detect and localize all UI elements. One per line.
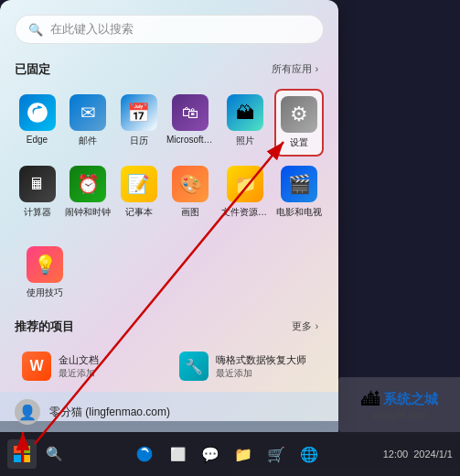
settings-label: 设置 bbox=[290, 136, 308, 149]
recommended-title: 推荐的项目 bbox=[15, 319, 74, 335]
svg-rect-2 bbox=[14, 455, 21, 462]
taskbar-chat[interactable]: 💬 bbox=[196, 439, 225, 469]
calendar-label: 日历 bbox=[130, 135, 148, 147]
watermark-sub: xitong86.com bbox=[361, 410, 438, 420]
taskbar-store-tb[interactable]: 🛒 bbox=[262, 439, 291, 469]
svg-rect-0 bbox=[14, 446, 21, 453]
watermark-main: 系统之城 bbox=[383, 391, 438, 408]
wps-title: 金山文档 bbox=[59, 353, 99, 367]
rec-item-recovery[interactable]: 🔧 嗨格式数据恢复大师 最近添加 bbox=[172, 346, 324, 386]
store-tb-icon: 🛒 bbox=[267, 446, 285, 463]
search-icon: 🔍 bbox=[28, 23, 43, 37]
chat-icon: 💬 bbox=[201, 446, 219, 463]
edge-icon bbox=[19, 94, 56, 131]
photos-icon: 🏔 bbox=[227, 94, 263, 131]
svg-rect-1 bbox=[23, 446, 30, 453]
photos-label: 照片 bbox=[236, 135, 254, 147]
recovery-title: 嗨格式数据恢复大师 bbox=[216, 353, 306, 367]
edge-label: Edge bbox=[27, 135, 48, 145]
recovery-icon: 🔧 bbox=[179, 352, 209, 381]
paint-label: 画图 bbox=[181, 206, 199, 219]
notes-label: 记事本 bbox=[125, 206, 153, 219]
clock-icon: ⏰ bbox=[70, 166, 106, 202]
app-tips[interactable]: 💡 使用技巧 bbox=[18, 241, 71, 305]
pinned-grid: Edge ✉ 邮件 📅 日历 🛍 Microsoft Store 🏔 照片 bbox=[15, 89, 324, 224]
windows-logo-icon bbox=[14, 446, 30, 462]
calendar-icon: 📅 bbox=[121, 94, 157, 131]
taskbar-edge[interactable] bbox=[130, 439, 159, 469]
search-placeholder: 在此键入以搜索 bbox=[50, 21, 134, 38]
clock-display: 12:00 bbox=[383, 449, 409, 460]
app-clock[interactable]: ⏰ 闹钟和时钟 bbox=[63, 160, 112, 224]
search-icon-taskbar: 🔍 bbox=[46, 446, 63, 462]
taskbar-taskview[interactable]: ⬜ bbox=[163, 439, 192, 469]
rec-item-wps[interactable]: W 金山文档 最近添加 bbox=[15, 346, 166, 386]
taskbar-edge2[interactable]: 🌐 bbox=[294, 439, 324, 469]
taskbar: 🔍 ⬜ 💬 📁 🛒 🌐 12:00 2024/1/1 bbox=[0, 432, 460, 476]
store-label: Microsoft Store bbox=[166, 135, 214, 145]
app-store[interactable]: 🛍 Microsoft Store bbox=[165, 89, 216, 157]
wps-icon: W bbox=[22, 352, 51, 381]
taskbar-icons: ⬜ 💬 📁 🛒 🌐 bbox=[71, 439, 383, 469]
recommended-section: 推荐的项目 更多 › W 金山文档 最近添加 🔧 bbox=[15, 318, 324, 386]
pinned-title: 已固定 bbox=[15, 61, 50, 78]
watermark: 🏙 系统之城 xitong86.com bbox=[338, 377, 460, 432]
app-photos[interactable]: 🏔 照片 bbox=[219, 89, 271, 157]
date-display: 2024/1/1 bbox=[413, 449, 453, 460]
app-paint[interactable]: 🎨 画图 bbox=[165, 160, 216, 224]
recovery-sub: 最近添加 bbox=[216, 367, 306, 380]
recommended-items: W 金山文档 最近添加 🔧 嗨格式数据恢复大师 最近添加 bbox=[15, 346, 324, 386]
start-menu: 🔍 在此键入以搜索 已固定 所有应用 › Edge ✉ 邮件 📅 日历 bbox=[0, 0, 338, 421]
calc-icon: 🖩 bbox=[19, 166, 56, 202]
app-mail[interactable]: ✉ 邮件 bbox=[63, 89, 112, 157]
store-icon: 🛍 bbox=[172, 94, 209, 131]
clock-label: 闹钟和时钟 bbox=[65, 206, 111, 219]
app-notes[interactable]: 📝 记事本 bbox=[116, 160, 161, 224]
app-edge[interactable]: Edge bbox=[15, 89, 59, 157]
recommended-header: 推荐的项目 更多 › bbox=[15, 318, 324, 335]
all-apps-link[interactable]: 所有应用 › bbox=[266, 60, 324, 78]
svg-rect-3 bbox=[23, 455, 30, 462]
files-icon: 📁 bbox=[227, 166, 263, 202]
tips-icon: 💡 bbox=[27, 246, 63, 283]
edge2-icon: 🌐 bbox=[300, 446, 318, 463]
app-settings[interactable]: ⚙ 设置 bbox=[274, 89, 324, 157]
chevron-right-icon: › bbox=[316, 64, 318, 74]
tips-label: 使用技巧 bbox=[27, 287, 63, 299]
movies-icon: 🎬 bbox=[281, 166, 317, 202]
app-movies[interactable]: 🎬 电影和电视 bbox=[274, 160, 324, 224]
user-avatar: 👤 bbox=[15, 399, 40, 425]
mail-label: 邮件 bbox=[79, 135, 97, 147]
user-name: 零分猫 (lingfenmao.com) bbox=[49, 405, 170, 420]
files-label: 文件资源管理器 bbox=[221, 206, 269, 219]
taskbar-files-tb[interactable]: 📁 bbox=[229, 439, 258, 469]
app-calc[interactable]: 🖩 计算器 bbox=[15, 160, 59, 224]
calc-label: 计算器 bbox=[24, 206, 51, 219]
paint-icon: 🎨 bbox=[172, 166, 209, 202]
mail-icon: ✉ bbox=[70, 94, 106, 131]
taskbar-search[interactable]: 🔍 bbox=[40, 440, 68, 468]
notes-icon: 📝 bbox=[121, 166, 157, 202]
more-link[interactable]: 更多 › bbox=[286, 318, 324, 335]
settings-icon: ⚙ bbox=[281, 96, 317, 133]
start-button[interactable] bbox=[7, 439, 37, 469]
user-bar[interactable]: 👤 零分猫 (lingfenmao.com) bbox=[0, 392, 338, 432]
movies-label: 电影和电视 bbox=[276, 206, 322, 219]
wps-sub: 最近添加 bbox=[59, 367, 99, 380]
search-bar[interactable]: 🔍 在此键入以搜索 bbox=[15, 15, 324, 44]
app-calendar[interactable]: 📅 日历 bbox=[116, 89, 161, 157]
pinned-header: 已固定 所有应用 › bbox=[15, 60, 324, 78]
taskview-icon: ⬜ bbox=[170, 447, 186, 461]
app-files[interactable]: 📁 文件资源管理器 bbox=[219, 160, 271, 224]
chevron-right-icon-rec: › bbox=[316, 321, 318, 331]
user-icon: 👤 bbox=[18, 404, 37, 421]
files-tb-icon: 📁 bbox=[234, 446, 252, 463]
